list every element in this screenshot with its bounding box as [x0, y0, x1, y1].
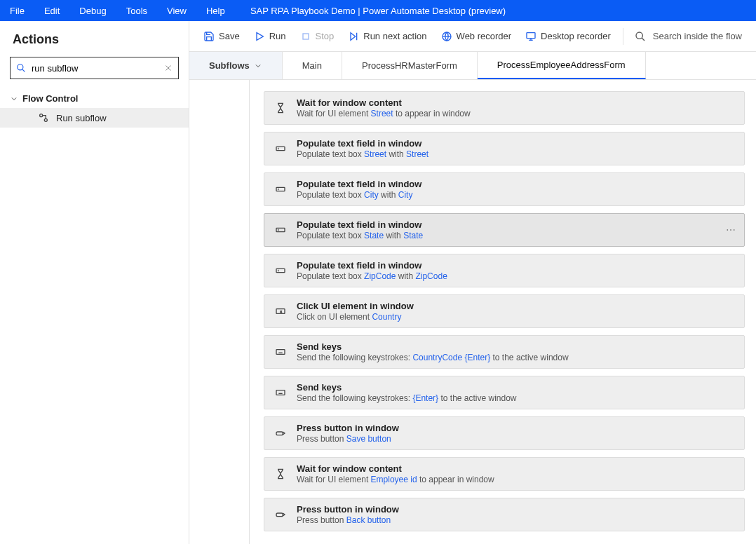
- actions-header: Actions: [0, 21, 189, 57]
- svg-line-1: [22, 69, 25, 72]
- step-title: Send keys: [297, 382, 517, 393]
- step-desc: Populate text box City with City: [297, 190, 421, 200]
- steps-list[interactable]: 1 Wait for window content Wait for UI el…: [250, 80, 756, 544]
- step-title: Press button in window: [297, 504, 399, 515]
- action-item-run-subflow[interactable]: Run subflow: [0, 108, 189, 128]
- more-icon[interactable]: ⋯: [726, 224, 737, 236]
- tab-process-hr[interactable]: ProcessHRMasterForm: [342, 52, 478, 79]
- svg-point-0: [18, 64, 23, 70]
- cursor-icon: [273, 306, 288, 317]
- search-in-flow[interactable]: Search inside the flow: [628, 31, 749, 42]
- search-icon: [635, 31, 646, 42]
- step-row[interactable]: 4 Populate text field in window Populate…: [250, 213, 745, 247]
- step-desc: Wait for UI element Street to appear in …: [297, 109, 471, 118]
- button-icon: [273, 428, 288, 439]
- textbox-icon: [273, 143, 288, 154]
- step-title: Wait for window content: [297, 463, 494, 474]
- subflows-label: Subflows: [209, 60, 250, 71]
- desk-rec-label: Desktop recorder: [541, 31, 611, 41]
- save-icon: [203, 31, 215, 42]
- svg-rect-31: [276, 390, 285, 395]
- svg-point-5: [44, 118, 47, 121]
- svg-marker-8: [351, 32, 356, 40]
- globe-icon: [441, 31, 452, 42]
- line-gutter: [189, 80, 250, 544]
- actions-group-flow-control[interactable]: Flow Control: [0, 89, 189, 108]
- step-row[interactable]: 7 Send keys Send the following keystroke…: [250, 335, 745, 369]
- save-button[interactable]: Save: [196, 31, 247, 42]
- svg-point-4: [40, 114, 43, 117]
- stop-label: Stop: [316, 31, 335, 41]
- menu-file[interactable]: File: [0, 6, 34, 16]
- step-card[interactable]: Populate text field in window Populate t…: [264, 172, 745, 206]
- textbox-icon: [273, 224, 288, 236]
- step-desc: Populate text box Street with Street: [297, 149, 428, 159]
- subflow-tabs: Subflows Main ProcessHRMasterForm Proces…: [189, 52, 756, 80]
- step-card[interactable]: Send keys Send the following keystrokes:…: [264, 335, 745, 369]
- button-icon: [273, 509, 288, 520]
- actions-search[interactable]: [10, 57, 179, 79]
- step-row[interactable]: 2 Populate text field in window Populate…: [250, 132, 745, 165]
- save-label: Save: [219, 31, 240, 41]
- steps-area: 1 Wait for window content Wait for UI el…: [189, 80, 756, 544]
- step-desc: Populate text box State with State: [297, 231, 423, 240]
- step-row[interactable]: 9 Press button in window Press button Sa…: [250, 416, 745, 450]
- step-row[interactable]: 3 Populate text field in window Populate…: [250, 172, 745, 206]
- subflow-icon: [38, 112, 49, 123]
- group-label-text: Flow Control: [22, 93, 78, 104]
- actions-search-input[interactable]: [32, 63, 164, 74]
- step-row[interactable]: 1 Wait for window content Wait for UI el…: [250, 91, 745, 125]
- step-card[interactable]: Press button in window Press button Back…: [264, 498, 745, 531]
- svg-rect-12: [527, 32, 535, 38]
- step-row[interactable]: 6 Click UI element in window Click on UI…: [250, 294, 745, 328]
- step-card[interactable]: Send keys Send the following keystrokes:…: [264, 376, 745, 409]
- step-desc: Send the following keystrokes: CountryCo…: [297, 353, 569, 362]
- keyboard-icon: [273, 346, 288, 358]
- step-card[interactable]: Press button in window Press button Save…: [264, 416, 745, 450]
- step-card[interactable]: Populate text field in window Populate t…: [264, 254, 745, 287]
- step-title: Populate text field in window: [297, 179, 421, 189]
- stop-icon: [300, 31, 311, 42]
- textbox-icon: [273, 184, 288, 195]
- svg-rect-36: [276, 432, 283, 435]
- tab-process-employee-address[interactable]: ProcessEmployeeAddressForm: [478, 52, 646, 79]
- web-rec-label: Web recorder: [457, 31, 512, 41]
- step-desc: Populate text box ZipCode with ZipCode: [297, 271, 447, 281]
- svg-rect-7: [303, 34, 309, 39]
- step-title: Populate text field in window: [297, 138, 428, 149]
- step-title: Click UI element in window: [297, 301, 414, 311]
- step-card[interactable]: Click UI element in window Click on UI e…: [264, 294, 745, 328]
- step-card[interactable]: Populate text field in window Populate t…: [264, 213, 745, 247]
- run-next-button[interactable]: Run next action: [341, 31, 433, 42]
- step-row[interactable]: 5 Populate text field in window Populate…: [250, 254, 745, 287]
- step-row[interactable]: 11 Press button in window Press button B…: [250, 498, 745, 531]
- subflows-dropdown[interactable]: Subflows: [189, 52, 283, 79]
- step-desc: Press button Save button: [297, 434, 399, 444]
- step-row[interactable]: 10 Wait for window content Wait for UI e…: [250, 457, 745, 491]
- step-card[interactable]: Wait for window content Wait for UI elem…: [264, 91, 745, 125]
- svg-point-15: [636, 32, 642, 39]
- svg-marker-6: [257, 32, 263, 40]
- tab-main[interactable]: Main: [283, 52, 342, 79]
- desktop-recorder-button[interactable]: Desktop recorder: [518, 31, 618, 42]
- menu-debug[interactable]: Debug: [69, 6, 116, 16]
- step-card[interactable]: Populate text field in window Populate t…: [264, 132, 745, 165]
- svg-rect-23: [276, 268, 285, 272]
- step-icon: [348, 31, 359, 42]
- menu-edit[interactable]: Edit: [34, 6, 69, 16]
- run-button[interactable]: Run: [247, 31, 293, 42]
- step-card[interactable]: Wait for window content Wait for UI elem…: [264, 457, 745, 491]
- menu-view[interactable]: View: [157, 6, 196, 16]
- menu-help[interactable]: Help: [196, 6, 235, 16]
- play-icon: [254, 31, 265, 42]
- step-row[interactable]: 8 Send keys Send the following keystroke…: [250, 376, 745, 409]
- app-title: SAP RPA Playbook Demo | Power Automate D…: [250, 6, 506, 16]
- clear-icon[interactable]: [164, 64, 173, 72]
- menu-tools[interactable]: Tools: [116, 6, 157, 16]
- search-icon: [16, 63, 26, 73]
- step-title: Populate text field in window: [297, 260, 447, 271]
- web-recorder-button[interactable]: Web recorder: [434, 31, 519, 42]
- svg-rect-19: [276, 187, 285, 191]
- action-item-label: Run subflow: [56, 113, 107, 123]
- actions-panel: Actions Flow Control Run subflow: [0, 21, 189, 544]
